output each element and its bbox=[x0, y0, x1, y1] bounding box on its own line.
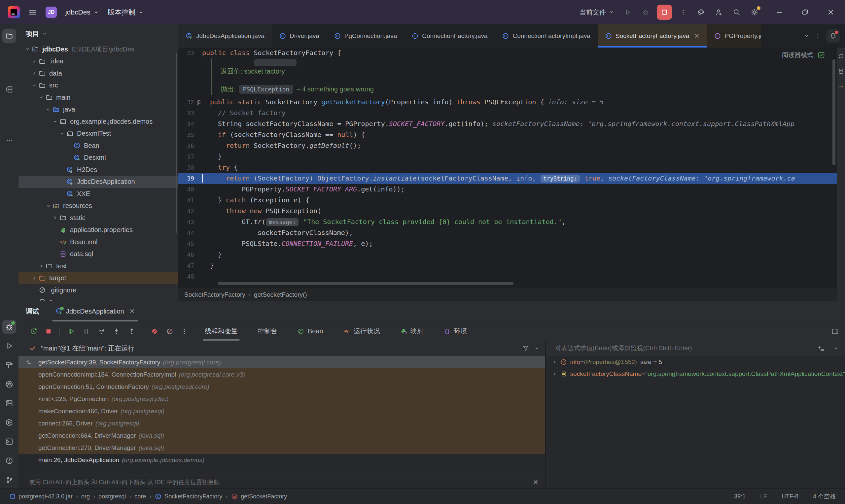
expand-icon[interactable] bbox=[24, 46, 31, 52]
thread-selector[interactable]: "main"@1 在组"main": 正在运行 bbox=[18, 341, 545, 356]
expand-icon[interactable] bbox=[38, 94, 45, 100]
indent-config[interactable]: 4 个空格 bbox=[813, 492, 836, 500]
tree-item--gitignore[interactable]: .gitignore bbox=[18, 284, 178, 296]
expand-icon[interactable] bbox=[550, 359, 559, 365]
resume-button[interactable] bbox=[67, 327, 75, 335]
search-button[interactable] bbox=[730, 6, 743, 19]
line-number[interactable]: 45 bbox=[178, 238, 194, 249]
stop-sq-button[interactable] bbox=[45, 328, 52, 335]
restore-button[interactable] bbox=[797, 5, 813, 20]
chevron-down-icon[interactable] bbox=[833, 345, 839, 351]
line-number[interactable]: 35 bbox=[178, 129, 194, 140]
code-line-38[interactable]: 38try { bbox=[178, 162, 837, 173]
line-number[interactable]: 46 bbox=[178, 249, 194, 260]
line-number[interactable]: 37 bbox=[178, 151, 194, 162]
debug-session-tab[interactable]: C JdbcDesApplication ✕ bbox=[51, 301, 139, 322]
expand-icon[interactable] bbox=[58, 131, 66, 137]
tree-item--idea[interactable]: .idea bbox=[18, 55, 178, 68]
code-line-32[interactable]: 32@public static SocketFactory getSocket… bbox=[178, 97, 837, 108]
breadcrumb-item[interactable]: SocketFactoryFactory bbox=[184, 291, 245, 299]
line-number[interactable]: 40 bbox=[178, 184, 194, 195]
debug-tab--[interactable]: {}环境 bbox=[441, 322, 469, 341]
main-menu-icon[interactable] bbox=[29, 8, 37, 17]
tool-structure[interactable] bbox=[2, 83, 16, 96]
debug-tab--[interactable]: 线程和变量 bbox=[203, 322, 240, 341]
tool-maven[interactable]: m bbox=[838, 83, 844, 90]
tab-socketfactoryfactory-java[interactable]: CSocketFactoryFactory.java✕ bbox=[598, 24, 707, 48]
pause-button[interactable] bbox=[82, 327, 90, 335]
breadcrumb-item[interactable]: getSocketFactory() bbox=[254, 291, 307, 299]
line-number[interactable]: 48 bbox=[178, 271, 194, 282]
tab-driver-java[interactable]: CDriver.java bbox=[272, 24, 327, 48]
tree-item-org-example-jdbcdes-demos[interactable]: org.example.jdbcdes.demos bbox=[18, 115, 178, 128]
tree-item-desxml[interactable]: CDesxml bbox=[18, 152, 178, 164]
code-line-44[interactable]: 44socketFactoryClassName), bbox=[178, 228, 837, 238]
stack-frame[interactable]: openConnectionImpl:184, ConnectionFactor… bbox=[18, 368, 545, 381]
code-line-47[interactable]: 47} bbox=[178, 260, 837, 271]
editor-horizontal-scrollbar[interactable] bbox=[218, 282, 513, 285]
line-number[interactable]: 42 bbox=[178, 205, 194, 217]
user-plus-button[interactable] bbox=[712, 6, 725, 19]
step-over-button[interactable] bbox=[98, 327, 105, 335]
close-icon[interactable]: ✕ bbox=[694, 32, 699, 40]
bug-button[interactable] bbox=[639, 6, 652, 19]
tree-item-java[interactable]: java bbox=[18, 104, 178, 116]
status-crumb[interactable]: org bbox=[81, 493, 90, 500]
line-number[interactable]: 38 bbox=[178, 162, 194, 173]
expand-icon[interactable] bbox=[31, 83, 38, 88]
tool-build[interactable] bbox=[2, 358, 16, 372]
vcs-menu[interactable]: 版本控制 bbox=[108, 7, 144, 17]
ai-button[interactable] bbox=[694, 6, 708, 19]
layout-settings-icon[interactable] bbox=[831, 327, 839, 335]
line-number[interactable]: 41 bbox=[178, 195, 194, 205]
line-number[interactable]: 23 bbox=[178, 48, 194, 58]
debug-tab--[interactable]: 控制台 bbox=[256, 322, 279, 341]
slash-circle-button[interactable] bbox=[166, 327, 174, 335]
status-crumb[interactable]: core bbox=[135, 493, 146, 500]
stop-button[interactable] bbox=[657, 5, 672, 20]
tree-item-src[interactable]: src bbox=[18, 79, 178, 92]
caret-position[interactable]: 39:1 bbox=[734, 493, 745, 500]
line-number[interactable]: 44 bbox=[178, 228, 194, 238]
expand-icon[interactable] bbox=[550, 371, 559, 377]
status-crumb[interactable]: postgresql bbox=[99, 493, 126, 500]
kebab-button[interactable] bbox=[676, 6, 690, 19]
stack-frame[interactable]: getConnection:664, DriverManager(java.sq… bbox=[18, 429, 545, 442]
code-line-35[interactable]: 35if (socketFactoryClassName == null) { bbox=[178, 129, 837, 140]
code-line-36[interactable]: 36return SocketFactory.getDefault(); bbox=[178, 140, 837, 151]
line-number[interactable]: 43 bbox=[178, 217, 194, 228]
expand-icon[interactable] bbox=[52, 215, 59, 221]
filter-icon[interactable] bbox=[522, 345, 529, 352]
code-line-39[interactable]: 39return (SocketFactory) ObjectFactory.i… bbox=[178, 173, 837, 184]
close-icon[interactable]: ✕ bbox=[129, 307, 135, 315]
line-number[interactable]: 39 bbox=[178, 173, 194, 184]
status-crumb[interactable]: postgresql-42.3.0.jar bbox=[9, 493, 73, 500]
stack-frame[interactable]: openConnection:51, ConnectionFactory(org… bbox=[18, 381, 545, 393]
chevron-down-icon[interactable] bbox=[534, 345, 540, 351]
tool-more-h[interactable] bbox=[2, 133, 16, 147]
tool-run[interactable] bbox=[2, 339, 16, 353]
tool-services[interactable] bbox=[2, 396, 16, 410]
tool-database[interactable] bbox=[838, 68, 844, 75]
expand-icon[interactable] bbox=[45, 107, 52, 112]
expand-icon[interactable] bbox=[45, 203, 52, 209]
reader-mode-widget[interactable]: 阅读器模式 bbox=[782, 51, 825, 59]
project-menu[interactable]: jdbcDes bbox=[65, 8, 99, 16]
code-line-42[interactable]: 42throw new PSQLException( bbox=[178, 205, 837, 217]
chevron-down-icon[interactable] bbox=[804, 33, 809, 39]
close-icon[interactable]: ✕ bbox=[533, 478, 539, 486]
tree-item-application-properties[interactable]: application.properties bbox=[18, 224, 178, 236]
tab-connectionfactory-java[interactable]: CConnectionFactory.java bbox=[404, 24, 495, 48]
tool-problems[interactable] bbox=[2, 454, 16, 468]
line-number[interactable]: 32 bbox=[178, 97, 194, 108]
tree-item-static[interactable]: static bbox=[18, 212, 178, 224]
tree-item-h2des[interactable]: CH2Des bbox=[18, 164, 178, 176]
code-line-48[interactable]: 48 bbox=[178, 271, 837, 282]
rerun-button[interactable] bbox=[30, 327, 38, 335]
tool-folder-tool[interactable] bbox=[2, 29, 16, 43]
file-encoding[interactable]: UTF-8 bbox=[781, 493, 798, 500]
line-number[interactable]: 34 bbox=[178, 119, 194, 129]
tool-sync[interactable] bbox=[838, 53, 844, 59]
tree-item-resources[interactable]: resources bbox=[18, 200, 178, 212]
expand-icon[interactable] bbox=[38, 263, 45, 269]
